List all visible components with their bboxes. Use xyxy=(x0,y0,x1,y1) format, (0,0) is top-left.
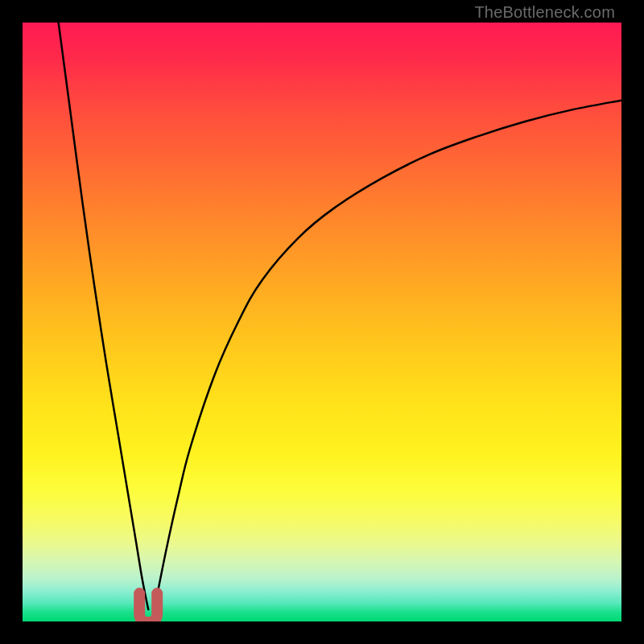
bottleneck-curve xyxy=(23,23,621,621)
curve-right-branch xyxy=(155,101,621,609)
plot-area xyxy=(23,23,621,621)
watermark-text: TheBottleneck.com xyxy=(474,3,615,22)
outer-frame: TheBottleneck.com xyxy=(0,0,644,644)
curve-left-branch xyxy=(59,23,149,609)
